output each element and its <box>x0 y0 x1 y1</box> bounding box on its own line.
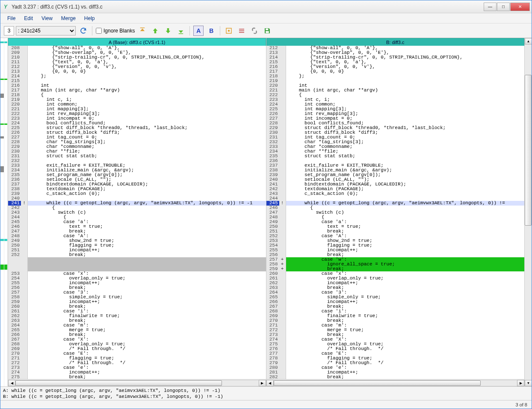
code-line[interactable]: 276 /* Fall through. */ <box>266 347 525 351</box>
code-line[interactable]: 229 struct diff_block *thread0, *thread1… <box>266 126 525 130</box>
vscroll-thumb[interactable] <box>525 75 532 226</box>
code-line[interactable]: 249 show_2nd = true; <box>8 238 266 243</box>
code-line[interactable]: 231 struct stat statb; <box>8 154 266 159</box>
code-line[interactable]: 275 break; <box>8 375 266 379</box>
code-line[interactable]: 216 {"version", 0, 0, 'v'}, <box>266 65 525 69</box>
code-line[interactable]: 210 {"strip-trailing-cr", 0, 0, STRIP_TR… <box>8 55 266 60</box>
code-line[interactable]: 237 exit_failure = EXIT_TROUBLE; <box>266 163 525 168</box>
code-line[interactable] <box>8 262 266 267</box>
code-line[interactable]: 222 int rev_mapping[3]; <box>8 112 266 116</box>
code-line[interactable]: 224 bool conflicts_found; <box>8 121 266 126</box>
code-line[interactable]: 223 int c, i; <box>266 97 525 102</box>
first-diff-button[interactable] <box>137 26 148 36</box>
code-line[interactable]: 261 case 'i': <box>8 309 266 314</box>
code-line[interactable]: 244 { <box>8 215 266 220</box>
scroll-left-btn[interactable]: ◀ <box>266 380 274 386</box>
code-line[interactable]: 266 incompat++; <box>266 300 525 304</box>
code-line[interactable]: 268 overlap_only = true; <box>8 342 266 347</box>
code-line[interactable]: 260 break; <box>8 304 266 309</box>
code-line[interactable]: 279 /* Fall through. */ <box>266 361 525 365</box>
code-line[interactable]: 265 merge = true; <box>8 328 266 332</box>
prev-diff-button[interactable] <box>150 26 160 36</box>
next-diff-button[interactable] <box>163 26 173 36</box>
maximize-button[interactable]: □ <box>497 3 510 11</box>
code-line[interactable]: 268 case 'i': <box>266 309 525 314</box>
link-button[interactable] <box>249 26 260 36</box>
scroll-left-btn[interactable]: ◀ <box>8 380 15 386</box>
code-line[interactable]: 221 main (int argc, char **argv) <box>266 88 525 93</box>
code-line[interactable]: 235 set_program_name (argv[0]); <box>8 173 266 177</box>
code-line[interactable]: 238 textdomain (PACKAGE); <box>8 187 266 191</box>
code-line[interactable]: 258+ ignore_all_space = true; <box>266 262 525 267</box>
code-line[interactable]: 216 int <box>8 83 266 88</box>
code-line[interactable]: 225 struct diff_block *thread0, *thread1… <box>8 126 266 130</box>
code-line[interactable]: 256 break; <box>266 253 525 257</box>
code-line[interactable]: 273 break; <box>266 332 525 337</box>
code-line[interactable]: 254 overlap_only = true; <box>8 276 266 281</box>
code-line[interactable]: 264 case 'm': <box>8 323 266 328</box>
code-line[interactable]: 235 struct stat statb; <box>266 154 525 159</box>
code-line[interactable]: 218 }; <box>266 74 525 79</box>
save-button[interactable] <box>262 26 272 36</box>
code-line[interactable]: 214 {"strip-trailing-cr", 0, 0, STRIP_TR… <box>266 55 525 60</box>
code-line[interactable]: 228 char *tag_strings[3]; <box>8 140 266 144</box>
code-line[interactable]: 242 textdomain (PACKAGE); <box>266 187 525 191</box>
code-line[interactable]: 222 { <box>266 93 525 97</box>
scroll-right-btn[interactable]: ▶ <box>517 380 524 386</box>
ignore-blanks-check[interactable]: Ignore Blanks <box>96 28 135 34</box>
code-line[interactable]: 241! while ((c = getopt_long (argc, argv… <box>8 201 266 206</box>
select-a-button[interactable]: A <box>193 26 204 36</box>
code-line[interactable]: 253 case 'x': <box>8 271 266 276</box>
code-line[interactable]: 236 <box>266 159 525 163</box>
code-line[interactable]: 237 bindtextdomain (PACKAGE, LOCALEDIR); <box>8 182 266 187</box>
code-line[interactable] <box>8 267 266 271</box>
code-line[interactable]: 264 case '3': <box>266 290 525 295</box>
code-line[interactable]: 281 incompat++; <box>266 370 525 375</box>
code-line[interactable]: 267 case 'X': <box>8 337 266 342</box>
code-line[interactable]: 246 text = true; <box>8 224 266 229</box>
code-line[interactable]: 274 case 'X': <box>266 337 525 342</box>
code-line[interactable]: 274 incompat++; <box>8 370 266 375</box>
code-line[interactable]: 209 {"show-overlap", 0, 0, 'E'}, <box>8 50 266 55</box>
code-line[interactable]: 255 incompat++; <box>8 281 266 285</box>
code-line[interactable]: 213 {0, 0, 0, 0} <box>8 69 266 74</box>
code-line[interactable]: 243 c_stack_action (0); <box>266 191 525 196</box>
code-line[interactable]: 239 set_program_name (argv[0]); <box>266 173 525 177</box>
code-line[interactable]: 270 case 'E': <box>8 351 266 356</box>
code-line[interactable]: 234 char **file; <box>266 149 525 154</box>
code-line[interactable]: 254 flagging = true; <box>266 243 525 248</box>
code-line[interactable]: 269 /* Fall through. */ <box>8 347 266 351</box>
last-diff-button[interactable] <box>176 26 186 36</box>
code-line[interactable]: 239 c_stack_action (0); <box>8 191 266 196</box>
titlebar[interactable]: Y Yadt 3.237 : diff3.c (CVS r1.1) vs. di… <box>0 0 532 13</box>
code-line[interactable]: 252 break; <box>8 253 266 257</box>
code-line[interactable]: 236 setlocale (LC_ALL, ""); <box>8 177 266 182</box>
code-line[interactable]: 259 incompat++; <box>8 300 266 304</box>
code-line[interactable]: 271 flagging = true; <box>8 356 266 361</box>
code-line[interactable]: 221 int mapping[3]; <box>8 107 266 112</box>
select-b-button[interactable]: B <box>206 26 216 36</box>
code-line[interactable]: 238 initialize_main (&argc, &argv); <box>266 168 525 173</box>
code-line[interactable]: 258 simple_only = true; <box>8 295 266 300</box>
scroll-right-btn[interactable]: ▶ <box>259 380 266 386</box>
menu-merge[interactable]: Merge <box>58 15 79 22</box>
code-line[interactable]: 262 finalwrite = true; <box>8 314 266 318</box>
code-line[interactable]: 256 break; <box>8 285 266 290</box>
code-line[interactable]: 266 break; <box>8 332 266 337</box>
code-line[interactable]: 251 incompat++; <box>8 248 266 253</box>
code-line[interactable]: 277 case 'E': <box>266 351 525 356</box>
menu-help[interactable]: Help <box>81 15 98 22</box>
code-line[interactable]: 227 int incompat = 0; <box>266 116 525 121</box>
code-a[interactable]: 208 {"show-all", 0, 0, 'A'},209 {"show-o… <box>8 46 266 379</box>
code-line[interactable]: 233 exit_failure = EXIT_TROUBLE; <box>8 163 266 168</box>
code-line[interactable]: 217 {0, 0, 0, 0} <box>266 69 525 74</box>
code-line[interactable]: 220 int common; <box>8 102 266 107</box>
code-line[interactable]: 228 bool conflicts_found; <box>266 121 525 126</box>
code-line[interactable]: 257 case '3': <box>8 290 266 295</box>
code-line[interactable]: 212 {"version", 0, 0, 'v'}, <box>8 65 266 69</box>
code-line[interactable]: 263 break; <box>266 285 525 290</box>
scroll-up-btn[interactable]: ▲ <box>525 38 532 44</box>
code-line[interactable]: 212 {"show-all", 0, 0, 'A'}, <box>266 46 525 50</box>
scroll-thumb-b[interactable] <box>274 380 481 386</box>
code-line[interactable]: 249 case 'a': <box>266 220 525 224</box>
